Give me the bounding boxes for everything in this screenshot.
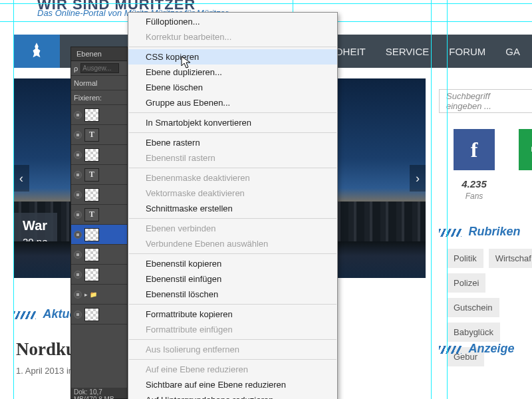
menu-item: Ebenen verbinden bbox=[128, 221, 337, 236]
menu-item: Verbundene Ebenen auswählen bbox=[128, 236, 337, 251]
layer-row[interactable] bbox=[71, 145, 127, 165]
menu-item[interactable]: Gruppe aus Ebenen... bbox=[128, 95, 337, 110]
layer-search-input[interactable] bbox=[80, 63, 119, 73]
menu-item[interactable]: CSS kopieren bbox=[128, 49, 337, 65]
visibility-icon[interactable] bbox=[74, 251, 82, 259]
tag[interactable]: Wirtschaf bbox=[489, 249, 532, 268]
layers-panel[interactable]: Ebenen ρ Normal Fixieren: T T T ▸ 📁 Dok:… bbox=[70, 47, 128, 399]
visibility-icon[interactable] bbox=[74, 111, 82, 119]
stripe-decoration bbox=[439, 346, 462, 354]
menu-item: Ebenenstil rastern bbox=[128, 150, 337, 166]
g-label: Mit bbox=[519, 192, 532, 201]
visibility-icon[interactable] bbox=[74, 231, 82, 239]
section-heading: Anzeige bbox=[468, 342, 514, 355]
menu-separator bbox=[129, 339, 336, 340]
menu-item[interactable]: Ebene duplizieren... bbox=[128, 65, 337, 80]
layer-row[interactable] bbox=[71, 185, 127, 205]
section-heading: Rubriken bbox=[468, 225, 520, 238]
layer-row[interactable] bbox=[71, 265, 127, 285]
menu-separator bbox=[129, 304, 336, 305]
nav-item[interactable]: SERVICE bbox=[386, 46, 430, 57]
stripe-decoration bbox=[13, 311, 36, 319]
menu-separator bbox=[129, 253, 336, 254]
menu-separator bbox=[129, 218, 336, 219]
hero-caption-title: War bbox=[23, 218, 48, 233]
visibility-icon[interactable] bbox=[74, 271, 82, 279]
site-logo[interactable] bbox=[13, 35, 60, 68]
nav-item[interactable]: GA bbox=[505, 46, 520, 57]
layer-row[interactable]: T bbox=[71, 205, 127, 225]
menu-separator bbox=[129, 112, 336, 113]
menu-item: Formattribute einfügen bbox=[128, 322, 337, 337]
visibility-icon[interactable] bbox=[74, 151, 82, 159]
menu-item[interactable]: Ebenenstil löschen bbox=[128, 287, 337, 302]
blend-mode-select[interactable]: Normal bbox=[74, 79, 97, 87]
menu-item[interactable]: Auf Hintergrundebene reduzieren bbox=[128, 392, 337, 399]
menu-separator bbox=[129, 47, 336, 47]
lock-label: Fixieren: bbox=[74, 94, 102, 102]
menu-separator bbox=[129, 168, 336, 168]
menu-item[interactable]: Ebenenstil einfügen bbox=[128, 271, 337, 287]
menu-item: Korrektur bearbeiten... bbox=[128, 29, 337, 45]
visibility-icon[interactable] bbox=[74, 311, 82, 319]
nav-item[interactable]: FORUM bbox=[449, 46, 485, 57]
tag[interactable]: Gutschein bbox=[447, 298, 499, 317]
menu-item[interactable]: Fülloptionen... bbox=[128, 14, 337, 29]
goat-icon bbox=[29, 41, 44, 61]
layer-row[interactable]: T bbox=[71, 125, 127, 145]
layer-context-menu[interactable]: Fülloptionen...Korrektur bearbeiten...CS… bbox=[128, 12, 338, 399]
layer-row[interactable]: T bbox=[71, 165, 127, 185]
menu-separator bbox=[129, 132, 336, 133]
menu-item[interactable]: In Smartobjekt konvertieren bbox=[128, 115, 337, 130]
doc-status: Dok: 10,7 MB/470,8 MB bbox=[71, 388, 127, 398]
tag[interactable]: Politik bbox=[447, 249, 483, 268]
section-rubriken: Rubriken bbox=[439, 225, 520, 239]
tag[interactable]: Polizei bbox=[447, 273, 485, 293]
layer-row[interactable] bbox=[71, 245, 127, 265]
stripe-decoration bbox=[439, 229, 462, 237]
slider-prev-button[interactable]: ‹ bbox=[13, 165, 29, 192]
hero-caption-sub: 20 ne bbox=[23, 236, 48, 247]
visibility-icon[interactable] bbox=[74, 131, 82, 139]
fb-count: 4.235 bbox=[454, 178, 495, 190]
tag[interactable]: Babyglück bbox=[447, 323, 500, 342]
menu-item[interactable]: Sichtbare auf eine Ebene reduzieren bbox=[128, 377, 337, 392]
menu-item[interactable]: Schnittmaske erstellen bbox=[128, 201, 337, 216]
visibility-icon[interactable] bbox=[74, 291, 82, 299]
layer-row[interactable]: ▸ 📁 bbox=[71, 285, 127, 305]
menu-item[interactable]: Ebene rastern bbox=[128, 135, 337, 150]
social-button-2[interactable]: ✚ bbox=[519, 129, 532, 170]
menu-item[interactable]: Ebene löschen bbox=[128, 80, 337, 95]
g-count: 1 bbox=[519, 178, 532, 190]
menu-item[interactable]: Formattribute kopieren bbox=[128, 307, 337, 322]
visibility-icon[interactable] bbox=[74, 191, 82, 199]
slider-next-button[interactable]: › bbox=[410, 165, 426, 192]
layer-row-selected[interactable] bbox=[71, 225, 127, 245]
menu-separator bbox=[129, 359, 336, 360]
fb-label: Fans bbox=[454, 192, 495, 201]
menu-item: Vektormaske deaktivieren bbox=[128, 186, 337, 201]
visibility-icon[interactable] bbox=[74, 171, 82, 179]
menu-item: Ebenenmaske deaktivieren bbox=[128, 170, 337, 186]
visibility-icon[interactable] bbox=[74, 211, 82, 219]
layer-row[interactable] bbox=[71, 305, 127, 325]
panel-tab-layers[interactable]: Ebenen bbox=[71, 47, 127, 61]
section-anzeige: Anzeige bbox=[439, 342, 514, 356]
search-input[interactable]: Suchbegriff eingeben ... bbox=[439, 89, 532, 113]
menu-item[interactable]: Ebenenstil kopieren bbox=[128, 256, 337, 271]
facebook-button[interactable]: f bbox=[454, 129, 495, 170]
hero-caption: War 20 ne bbox=[13, 213, 57, 254]
menu-item: Auf eine Ebene reduzieren bbox=[128, 362, 337, 377]
menu-item: Aus Isolierung entfernen bbox=[128, 342, 337, 357]
layer-row[interactable] bbox=[71, 105, 127, 125]
